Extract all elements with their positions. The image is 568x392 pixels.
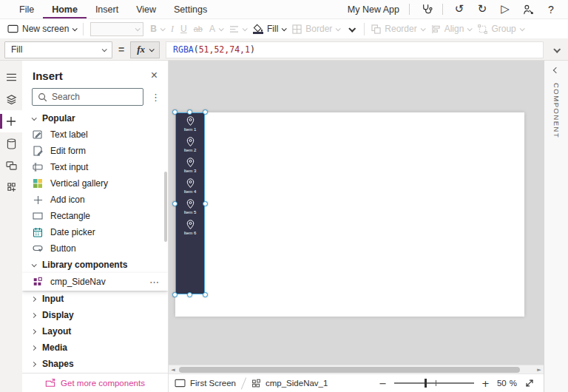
reorder-button[interactable]: Reorder [371,24,424,34]
formula-bar-expand-button[interactable] [551,41,562,58]
fit-to-window-icon[interactable] [524,378,535,388]
italic-button[interactable]: I [171,24,174,35]
selection-handle-e[interactable] [203,201,208,206]
menu-insert[interactable]: Insert [87,1,127,18]
app-checker-icon[interactable] [419,3,433,16]
bold-button[interactable]: B [150,24,164,34]
screens-layers-button[interactable] [0,88,22,110]
selection-handle-nw[interactable] [172,109,178,115]
undo-icon[interactable]: ↺ [453,3,466,16]
section-display[interactable]: Display [22,307,168,323]
selection-handle-ne[interactable] [203,109,208,115]
zoom-slider-thumb[interactable] [425,379,427,388]
fill-button[interactable]: Fill [253,24,285,34]
section-library-components[interactable]: Library components [22,257,168,273]
insert-item-button[interactable]: Button [22,240,168,257]
section-layout[interactable]: Layout [22,323,168,339]
sidenav-item-4[interactable]: Item 4 [184,178,197,198]
group-button[interactable]: Group [478,24,523,34]
sidenav-item-3[interactable]: Item 3 [184,157,197,178]
insert-item-edit-form[interactable]: Edit form [22,143,168,159]
selection-handle-n[interactable] [187,109,192,115]
align-button[interactable]: Align [431,24,472,34]
advanced-tools-button[interactable] [0,177,22,199]
insert-item-vertical-gallery[interactable]: Vertical gallery [22,175,168,192]
menu-settings[interactable]: Settings [165,1,216,18]
power-apps-studio: File Home Insert View Settings My New Ap… [0,0,568,392]
zoom-slider[interactable] [394,382,474,384]
map-pin-icon [185,198,196,209]
align-objects-icon [431,24,441,34]
section-input[interactable]: Input [22,291,168,307]
zoom-out-button[interactable]: − [379,378,387,389]
scroll-left-icon[interactable]: ◄ [169,367,178,373]
property-dropdown[interactable]: Fill [4,41,112,58]
insert-panel: Insert × ⋮ Popular [22,61,169,392]
help-icon[interactable]: ? [544,3,558,16]
close-icon[interactable]: × [148,70,160,81]
scrollbar-thumb[interactable] [179,367,520,373]
fx-button[interactable]: fx [130,41,160,58]
panel-options-kebab-icon[interactable]: ⋮ [146,92,165,103]
media-button[interactable] [0,155,22,177]
chevron-down-icon [149,47,155,52]
scroll-right-icon[interactable]: ► [535,367,544,373]
section-media[interactable]: Media [22,339,168,356]
scrollbar-track[interactable] [178,367,535,373]
date-picker-icon [32,227,44,237]
redo-icon[interactable]: ↻ [476,3,489,16]
selection-handle-s[interactable] [187,292,192,297]
screen-icon [175,379,186,388]
insert-button[interactable] [0,110,22,132]
horizontal-scrollbar[interactable]: ◄ ► [169,365,544,374]
underline-button[interactable]: U [180,24,187,34]
sidenav-component[interactable]: Item 1 Item 2 Item 3 [175,112,205,294]
menu-view[interactable]: View [127,1,165,18]
expand-panel-chevron-icon[interactable] [553,67,559,73]
panel-scrollbar[interactable] [164,172,167,242]
font-color-button[interactable]: A [209,24,223,34]
menu-home[interactable]: Home [43,1,87,18]
canvas-workspace[interactable]: Item 1 Item 2 Item 3 [169,61,544,365]
search-box[interactable] [32,88,143,106]
more-formatting-button[interactable] [349,27,354,32]
search-input[interactable] [52,92,126,102]
formula-input[interactable]: RGBA(51,52,74,1) [166,41,544,58]
insert-item-text-input[interactable]: Text input [22,159,168,175]
breadcrumb-screen[interactable]: First Screen [175,379,236,388]
breadcrumb-component[interactable]: cmp_SideNav_1 [251,379,328,388]
data-button[interactable] [0,132,22,155]
insert-item-text-label[interactable]: Text label [22,126,168,143]
button-icon [32,243,44,254]
border-button[interactable]: Border [292,24,339,34]
sidenav-item-2[interactable]: Item 2 [184,136,197,157]
selection-handle-w[interactable] [172,201,178,206]
insert-item-date-picker[interactable]: Date picker [22,224,168,240]
more-options-icon[interactable]: ⋯ [149,277,159,288]
section-popular[interactable]: Popular [22,110,168,126]
selection-handle-sw[interactable] [172,292,178,297]
get-more-components-link[interactable]: Get more components [22,373,168,392]
map-pin-icon [185,178,196,189]
panel-vertical-label[interactable]: COMPONENT [552,83,561,138]
section-shapes[interactable]: Shapes [22,356,168,372]
selection-handle-se[interactable] [203,292,208,297]
share-icon[interactable] [521,3,535,16]
insert-item-add-icon[interactable]: Add icon [22,192,168,208]
tree-view-button[interactable] [0,66,22,88]
insert-item-cmp-sidenav[interactable]: cmp_SideNav ⋯ [22,273,168,291]
font-select[interactable] [90,22,143,36]
strikethrough-button[interactable]: ab [194,24,203,33]
zoom-percentage[interactable]: 50 % [497,379,517,388]
sidenav-item-1[interactable]: Item 1 [184,115,197,136]
text-align-button[interactable] [229,25,246,33]
screen-artboard[interactable]: Item 1 Item 2 Item 3 [175,112,524,317]
preview-play-icon[interactable]: ▷ [498,3,512,16]
new-screen-button[interactable]: New screen [7,24,76,34]
zoom-in-button[interactable]: + [481,378,490,389]
sidenav-item-5[interactable]: Item 5 [184,198,197,219]
menu-file[interactable]: File [10,1,43,18]
sidenav-item-6[interactable]: Item 6 [184,219,197,240]
app-name[interactable]: My New App [348,4,399,15]
insert-item-rectangle[interactable]: Rectangle [22,208,168,224]
